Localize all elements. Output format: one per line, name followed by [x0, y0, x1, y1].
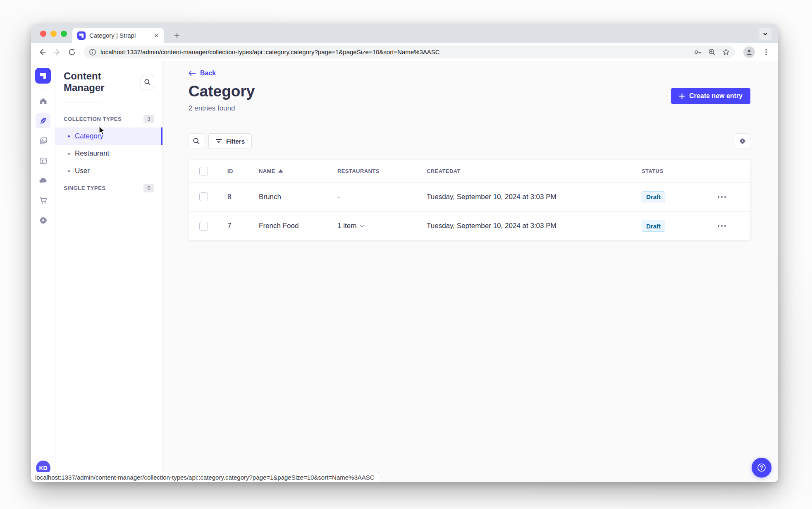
cell-name: French Food: [259, 222, 337, 230]
zoom-magnifier-icon[interactable]: [708, 48, 716, 56]
create-new-entry-label: Create new entry: [689, 92, 743, 100]
cell-id: 7: [227, 222, 259, 230]
marketplace-cart-icon[interactable]: [36, 193, 50, 208]
mouse-cursor: [98, 126, 107, 136]
tab-search-chevron-icon[interactable]: [759, 28, 771, 40]
sidebar-search-button[interactable]: [141, 75, 154, 89]
tab-title: Category | Strapi: [89, 32, 153, 39]
window-controls: [40, 31, 67, 37]
sidebar-item-label: Restaurant: [75, 149, 109, 158]
filters-button[interactable]: Filters: [208, 133, 252, 149]
single-types-section: SINGLE TYPES 0: [55, 180, 162, 197]
collection-types-count-badge: 3: [143, 115, 154, 123]
main-nav-rail: [31, 61, 55, 482]
tab-close-icon[interactable]: [153, 32, 160, 39]
create-new-entry-button[interactable]: Create new entry: [671, 88, 750, 104]
column-header-status[interactable]: STATUS: [642, 168, 712, 174]
strapi-admin: Content Manager COLLECTION TYPES 3 Categ…: [31, 61, 778, 482]
browser-window: Category | Strapi localhost:1337/admin/c…: [31, 24, 778, 482]
strapi-logo-icon[interactable]: [35, 68, 51, 84]
back-link[interactable]: Back: [189, 70, 216, 77]
page-title: Category: [189, 83, 255, 100]
main-content: Back Category 2 entries found Create new…: [163, 61, 778, 482]
cell-createdat: Tuesday, September 10, 2024 at 3:03 PM: [427, 193, 642, 201]
content-manager-icon[interactable]: [36, 113, 50, 128]
column-header-restaurants[interactable]: RESTAURANTS: [337, 168, 427, 174]
table-search-button[interactable]: [189, 133, 204, 149]
cell-restaurants[interactable]: 1 item: [337, 222, 427, 230]
site-info-icon[interactable]: [89, 48, 96, 56]
arrow-left-icon: [189, 70, 196, 76]
question-mark-icon: [757, 463, 767, 473]
url-text[interactable]: localhost:1337/admin/content-manager/col…: [100, 48, 689, 55]
plus-icon: [679, 93, 685, 99]
content-manager-sidebar: Content Manager COLLECTION TYPES 3 Categ…: [55, 61, 163, 482]
status-badge: Draft: [642, 191, 665, 202]
media-library-icon[interactable]: [36, 133, 50, 148]
bullet-icon: [68, 170, 70, 172]
row-checkbox[interactable]: [199, 222, 208, 230]
cell-id: 8: [227, 193, 259, 201]
browser-tab[interactable]: Category | Strapi: [72, 28, 164, 43]
forward-nav-icon[interactable]: [51, 46, 63, 58]
column-header-id[interactable]: ID: [227, 168, 259, 174]
content-type-builder-icon[interactable]: [36, 153, 50, 168]
cell-createdat: Tuesday, September 10, 2024 at 3:03 PM: [427, 222, 642, 230]
single-types-label: SINGLE TYPES: [64, 185, 106, 191]
browser-menu-icon[interactable]: [760, 46, 772, 58]
sidebar-item-restaurant[interactable]: Restaurant: [55, 145, 162, 162]
cell-restaurants: -: [337, 193, 427, 201]
reload-icon[interactable]: [66, 46, 78, 58]
collection-types-label: COLLECTION TYPES: [64, 116, 122, 122]
view-settings-gear-icon[interactable]: [735, 133, 750, 149]
row-checkbox[interactable]: [199, 192, 208, 201]
home-icon[interactable]: [36, 94, 50, 108]
sidebar-item-user[interactable]: User: [55, 162, 162, 180]
settings-gear-icon[interactable]: [36, 213, 50, 228]
help-button[interactable]: [752, 458, 771, 478]
sidebar-title: Content Manager: [64, 70, 141, 94]
tab-strip: Category | Strapi: [31, 24, 778, 43]
back-nav-icon[interactable]: [36, 46, 48, 58]
sort-ascending-icon: [278, 169, 283, 173]
list-toolbar: Filters: [189, 133, 750, 149]
rail-divider: [37, 89, 49, 89]
browser-toolbar: localhost:1337/admin/content-manager/col…: [31, 43, 778, 61]
back-label: Back: [200, 70, 216, 77]
deploy-cloud-icon[interactable]: [36, 173, 50, 188]
collection-types-section: COLLECTION TYPES 3: [55, 110, 162, 127]
bullet-icon: [68, 135, 70, 137]
password-key-icon[interactable]: [694, 48, 702, 56]
bullet-icon: [68, 153, 70, 155]
minimize-window-button[interactable]: [50, 31, 57, 37]
table-row[interactable]: 8 Brunch - Tuesday, September 10, 2024 a…: [189, 182, 750, 211]
sidebar-item-label: User: [75, 167, 90, 175]
zoom-window-button[interactable]: [61, 31, 67, 37]
table-row[interactable]: 7 French Food 1 item Tuesday, September …: [189, 211, 750, 240]
strapi-favicon-icon: [77, 31, 86, 40]
close-window-button[interactable]: [40, 31, 46, 37]
new-tab-button[interactable]: [171, 29, 183, 41]
single-types-count-badge: 0: [143, 184, 154, 192]
sidebar-item-category[interactable]: Category: [55, 127, 162, 145]
column-header-createdat[interactable]: CREATEDAT: [427, 168, 642, 174]
chevron-down-icon: [360, 225, 364, 228]
link-status-bar: localhost:1337/admin/content-manager/col…: [31, 472, 379, 482]
cell-name: Brunch: [259, 193, 337, 201]
entries-count-text: 2 entries found: [189, 104, 235, 113]
row-actions-menu-icon[interactable]: [712, 225, 726, 227]
table-header-row: ID NAME RESTAURANTS CREATEDAT STATUS: [189, 160, 750, 182]
select-all-checkbox[interactable]: [199, 167, 208, 175]
bookmark-star-icon[interactable]: [722, 48, 730, 56]
browser-profile-avatar[interactable]: [743, 46, 755, 58]
url-bar[interactable]: localhost:1337/admin/content-manager/col…: [84, 46, 735, 58]
row-actions-menu-icon[interactable]: [712, 196, 726, 198]
sidebar-divider: [64, 103, 101, 103]
status-badge: Draft: [642, 221, 665, 232]
entries-table: ID NAME RESTAURANTS CREATEDAT STATUS 8 B…: [189, 160, 750, 240]
filter-icon: [215, 139, 222, 144]
column-header-name[interactable]: NAME: [259, 168, 337, 174]
filters-label: Filters: [226, 138, 245, 145]
